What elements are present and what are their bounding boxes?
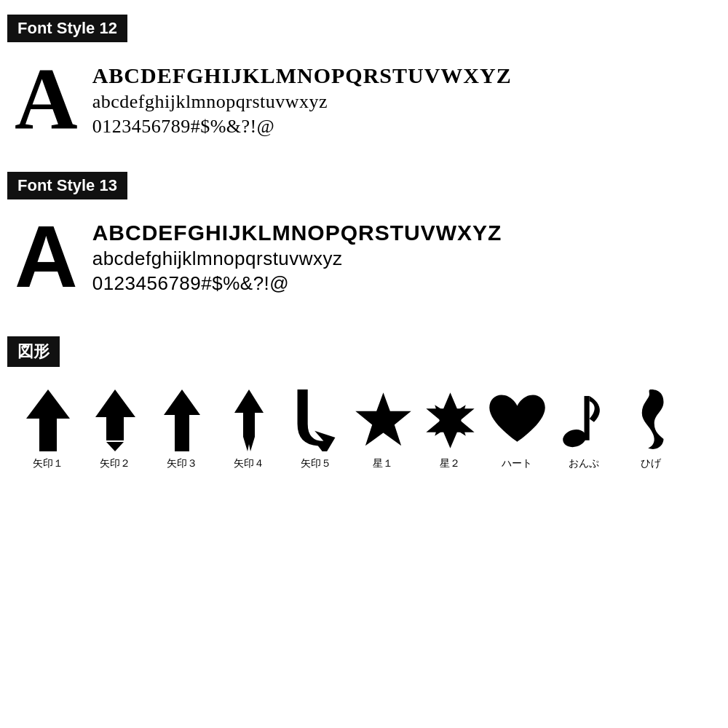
music-icon	[561, 387, 608, 453]
arrow2-label: 矢印２	[100, 457, 130, 470]
svg-marker-3	[164, 389, 200, 451]
arrow4-label: 矢印４	[234, 457, 264, 470]
star1-icon	[352, 387, 414, 453]
shape-arrow2: 矢印２	[82, 387, 149, 470]
font-13-char-lines: ABCDEFGHIJKLMNOPQRSTUVWXYZ abcdefghijklm…	[92, 213, 502, 296]
arrow5-label: 矢印５	[301, 457, 331, 470]
arrow5-icon	[296, 387, 336, 453]
heart-label: ハート	[502, 457, 532, 470]
font-13-numbers: 0123456789#$%&?!@	[92, 272, 502, 296]
page: Font Style 12 A ABCDEFGHIJKLMNOPQRSTUVWX…	[0, 0, 728, 485]
heart-icon	[486, 387, 548, 453]
svg-point-8	[561, 427, 587, 449]
font-12-demo: A ABCDEFGHIJKLMNOPQRSTUVWXYZ abcdefghijk…	[7, 55, 721, 143]
font-13-demo: A ABCDEFGHIJKLMNOPQRSTUVWXYZ abcdefghijk…	[7, 213, 721, 300]
shapes-grid: 矢印１ 矢印２ 矢印３	[7, 380, 721, 470]
font-style-12-label: Font Style 12	[7, 15, 721, 55]
star1-label: 星１	[373, 457, 393, 470]
mustache-label: ひげ	[641, 457, 661, 470]
font-12-char-lines: ABCDEFGHIJKLMNOPQRSTUVWXYZ abcdefghijklm…	[92, 55, 512, 139]
svg-rect-9	[584, 395, 589, 440]
arrow3-label: 矢印３	[167, 457, 197, 470]
font-12-uppercase: ABCDEFGHIJKLMNOPQRSTUVWXYZ	[92, 61, 512, 90]
arrow1-label: 矢印１	[33, 457, 63, 470]
shapes-section: 図形 矢印１ 矢印２	[7, 336, 721, 470]
font-12-lowercase: abcdefghijklmnopqrstuvwxyz	[92, 90, 512, 114]
svg-marker-1	[95, 389, 135, 440]
font-13-uppercase: ABCDEFGHIJKLMNOPQRSTUVWXYZ	[92, 218, 502, 247]
shape-arrow3: 矢印３	[149, 387, 215, 470]
arrow3-icon	[164, 387, 200, 453]
font-style-13-label: Font Style 13	[7, 172, 721, 213]
mustache-icon	[635, 387, 668, 453]
font-12-big-letter: A	[15, 55, 78, 143]
shape-heart: ハート	[483, 387, 550, 470]
music-label: おんぷ	[569, 457, 599, 470]
shape-arrow1: 矢印１	[15, 387, 82, 470]
font-style-12-section: Font Style 12 A ABCDEFGHIJKLMNOPQRSTUVWX…	[7, 15, 721, 143]
svg-marker-0	[26, 389, 70, 451]
shape-music: おんぷ	[550, 387, 617, 470]
shape-star2: 星２	[416, 387, 483, 470]
arrow4-icon	[234, 387, 264, 453]
arrow1-icon	[26, 387, 70, 453]
shapes-label: 図形	[7, 336, 721, 380]
star2-label: 星２	[440, 457, 460, 470]
font-13-big-letter: A	[15, 213, 78, 300]
shape-arrow5: 矢印５	[282, 387, 349, 470]
svg-marker-4	[234, 389, 264, 451]
star2-icon	[419, 387, 481, 453]
shape-star1: 星１	[349, 387, 416, 470]
shape-mustache: ひげ	[617, 387, 684, 470]
svg-marker-2	[106, 442, 124, 451]
font-style-13-section: Font Style 13 A ABCDEFGHIJKLMNOPQRSTUVWX…	[7, 172, 721, 300]
svg-marker-5	[355, 392, 411, 446]
font-12-numbers: 0123456789#$%&?!@	[92, 114, 512, 139]
font-13-lowercase: abcdefghijklmnopqrstuvwxyz	[92, 247, 502, 272]
arrow2-icon	[95, 387, 135, 453]
shape-arrow4: 矢印４	[215, 387, 282, 470]
